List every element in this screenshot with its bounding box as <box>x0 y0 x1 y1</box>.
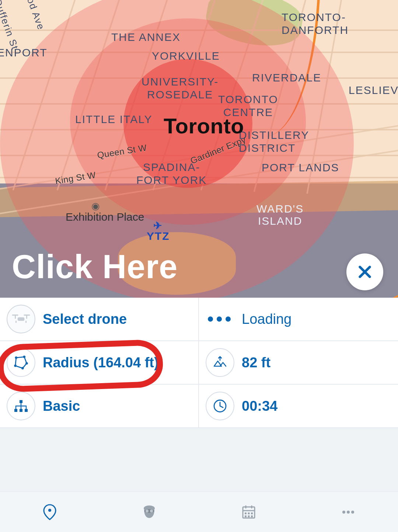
close-button[interactable] <box>346 253 383 290</box>
svg-rect-27 <box>248 515 250 517</box>
close-icon <box>356 263 373 280</box>
altitude-icon <box>206 348 234 377</box>
more-dots-icon <box>339 503 357 521</box>
svg-rect-5 <box>15 321 17 323</box>
svg-rect-4 <box>26 315 27 319</box>
airport-code: YTZ <box>147 230 170 242</box>
svg-rect-12 <box>20 400 22 403</box>
label-port-lands: PORT LANDS <box>262 161 339 174</box>
loading-row[interactable]: Loading <box>199 298 398 341</box>
svg-point-8 <box>23 356 26 358</box>
svg-point-17 <box>48 509 51 512</box>
map-city-label: Toronto <box>164 113 244 138</box>
label-davenport: ENPORT <box>0 46 47 59</box>
label-wards-island: WARD'S ISLAND <box>256 203 304 227</box>
svg-point-29 <box>342 511 345 514</box>
landmark-icon: ◉ <box>91 200 100 212</box>
loading-dots-icon <box>208 316 231 322</box>
map-area[interactable]: Dufferin St od Ave ENPORT THE ANNEX YORK… <box>0 0 398 298</box>
svg-point-10 <box>21 367 24 370</box>
label-toronto-danforth: TORONTO- DANFORTH <box>282 11 349 36</box>
nav-map[interactable] <box>39 502 60 522</box>
svg-rect-0 <box>18 317 25 321</box>
svg-point-31 <box>351 511 354 514</box>
overlay-click-here: Click Here <box>12 248 178 286</box>
label-exhibition: Exhibition Place <box>66 211 144 223</box>
select-drone-label: Select drone <box>43 311 127 327</box>
svg-rect-6 <box>25 321 27 323</box>
label-leslievi: LESLIEVI <box>349 84 398 97</box>
label-university-rosedale: UNIVERSITY- ROSEDALE <box>142 76 219 101</box>
svg-rect-24 <box>248 512 250 514</box>
svg-point-30 <box>347 511 350 514</box>
clock-icon <box>206 392 234 420</box>
altitude-value: 82 ft <box>242 355 270 371</box>
duration-value: 00:34 <box>242 398 277 414</box>
plan-label: Basic <box>43 398 80 414</box>
svg-point-9 <box>25 362 28 365</box>
label-riverdale: RIVERDALE <box>252 71 321 84</box>
duration-row[interactable]: 00:34 <box>199 385 398 428</box>
flight-settings-panel: Select drone Loading Radius (164.04 ft) … <box>0 298 398 428</box>
map-pin-icon <box>41 503 59 521</box>
nav-calendar[interactable] <box>238 502 259 522</box>
svg-rect-28 <box>251 515 253 517</box>
svg-rect-26 <box>245 515 247 517</box>
plan-row[interactable]: Basic <box>0 385 199 428</box>
radius-row[interactable]: Radius (164.04 ft) <box>0 341 199 385</box>
svg-rect-14 <box>20 409 22 412</box>
drone-icon <box>7 305 35 333</box>
svg-rect-23 <box>245 512 247 514</box>
label-yorkville: YORKVILLE <box>152 50 220 63</box>
svg-rect-25 <box>251 512 253 514</box>
label-annex: THE ANNEX <box>111 31 181 44</box>
bottom-nav <box>0 491 398 532</box>
calendar-icon <box>240 503 258 521</box>
radius-label: Radius (164.04 ft) <box>43 355 159 371</box>
label-spadina-fortyork: SPADINA- FORT YORK <box>136 161 207 186</box>
svg-point-11 <box>14 365 17 367</box>
label-distillery: DISTILLERY DISTRICT <box>239 129 309 154</box>
label-little-italy: LITTLE ITALY <box>75 113 153 126</box>
svg-rect-13 <box>14 409 17 412</box>
loading-label: Loading <box>242 311 291 327</box>
nav-more[interactable] <box>338 502 359 522</box>
radius-icon <box>7 348 35 377</box>
svg-rect-3 <box>15 315 16 319</box>
svg-point-7 <box>15 357 18 359</box>
svg-rect-15 <box>25 409 28 412</box>
select-drone-row[interactable]: Select drone <box>0 298 199 341</box>
svg-point-21 <box>150 510 153 512</box>
sitemap-icon <box>7 392 35 420</box>
altitude-row[interactable]: 82 ft <box>199 341 398 385</box>
svg-point-20 <box>146 510 149 512</box>
nav-pilot[interactable] <box>139 502 160 522</box>
pilot-icon <box>140 503 158 521</box>
